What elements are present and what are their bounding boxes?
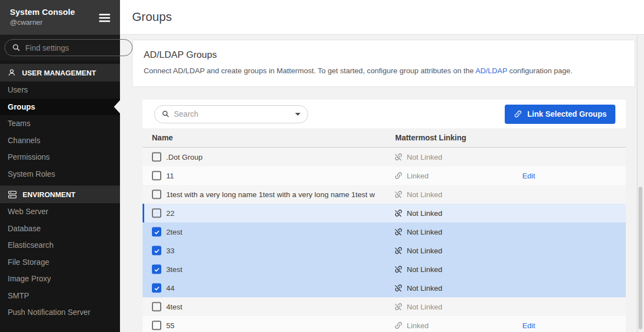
groups-panel: Link Selected Groups Name Mattermost Lin… <box>143 100 626 332</box>
link-status-label: Not Linked <box>407 265 443 274</box>
link-status: Not Linked <box>394 227 443 236</box>
unlink-icon <box>394 190 403 199</box>
edit-link[interactable]: Edit <box>522 322 535 330</box>
sidebar-item-label: Elasticsearch <box>8 241 53 249</box>
sidebar-item-system-roles[interactable]: System Roles <box>0 166 120 183</box>
sidebar-item-groups[interactable]: Groups <box>0 99 120 116</box>
table-row[interactable]: 4test Not Linked Edit <box>143 297 626 316</box>
group-name: 2test <box>166 228 388 236</box>
adldap-config-link[interactable]: AD/LDAP <box>476 67 507 75</box>
find-settings-search[interactable] <box>4 39 133 56</box>
link-status-label: Linked <box>407 172 429 180</box>
sidebar-item-label: Teams <box>8 119 30 128</box>
link-status: Not Linked <box>394 246 443 255</box>
sidebar-item-database[interactable]: Database <box>0 220 120 237</box>
table-header: Name Mattermost Linking <box>143 128 626 148</box>
link-icon <box>514 110 522 118</box>
row-checkbox[interactable] <box>152 284 161 293</box>
sidebar-item-label: Channels <box>8 136 40 145</box>
table-row[interactable]: 44 Not Linked Edit <box>143 279 626 297</box>
link-status: Not Linked <box>394 302 443 311</box>
sidebar-item-users[interactable]: Users <box>0 81 120 99</box>
hamburger-menu-icon[interactable] <box>99 14 110 22</box>
link-status-label: Linked <box>407 322 429 330</box>
group-search-filter[interactable] <box>154 105 308 123</box>
sidebar-item-channels[interactable]: Channels <box>0 132 120 149</box>
page-title: Groups <box>132 10 172 24</box>
sidebar-item-permissions[interactable]: Permissions <box>0 149 120 166</box>
link-status: Linked <box>394 321 429 330</box>
unlink-icon <box>394 284 403 292</box>
logged-in-user: @cwarner <box>10 18 111 26</box>
row-checkbox[interactable] <box>152 265 161 274</box>
link-selected-groups-button[interactable]: Link Selected Groups <box>505 105 615 124</box>
link-icon <box>394 321 403 330</box>
sidebar-item-label: Permissions <box>8 153 50 161</box>
link-status-label: Not Linked <box>407 284 443 292</box>
link-status: Linked <box>394 171 429 180</box>
group-name: .Dot Group <box>166 153 388 161</box>
link-status: Not Linked <box>394 153 443 161</box>
table-row[interactable]: 55 Linked Edit <box>143 316 626 332</box>
unlink-icon <box>394 265 403 274</box>
group-search-input[interactable] <box>174 110 291 118</box>
sidebar-item-image-proxy[interactable]: Image Proxy <box>0 270 120 287</box>
unlink-icon <box>394 209 403 217</box>
unlink-icon <box>394 227 403 236</box>
table-row[interactable]: .Dot Group Not Linked Edit <box>143 148 626 166</box>
sidebar-item-teams[interactable]: Teams <box>0 115 120 132</box>
row-checkbox[interactable] <box>152 321 161 330</box>
unlink-icon <box>394 302 403 311</box>
sidebar-item-label: Web Server <box>8 207 48 216</box>
sidebar-item-push-notification-server[interactable]: Push Notification Server <box>0 304 120 321</box>
link-status: Not Linked <box>394 209 443 217</box>
row-checkbox[interactable] <box>152 153 161 162</box>
sidebar-item-elasticsearch[interactable]: Elasticsearch <box>0 237 120 254</box>
chevron-down-icon[interactable] <box>295 113 301 116</box>
group-name: 44 <box>166 284 388 292</box>
adldap-groups-card: AD/LDAP Groups Connect AD/LDAP and creat… <box>132 40 635 87</box>
column-header-name: Name <box>152 133 173 142</box>
row-checkbox[interactable] <box>152 209 161 218</box>
group-name: 33 <box>166 247 388 255</box>
table-row[interactable]: 11 Linked Edit <box>143 166 626 185</box>
unlink-icon <box>394 153 403 161</box>
group-name: 1test with a very long name 1test with a… <box>166 191 388 199</box>
sidebar-item-web-server[interactable]: Web Server <box>0 203 120 220</box>
sidebar-item-label: System Roles <box>8 170 55 178</box>
sidebar-item-file-storage[interactable]: File Storage <box>0 254 120 271</box>
row-checkbox[interactable] <box>152 302 161 312</box>
sidebar-item-label: Users <box>8 85 28 94</box>
find-settings-input[interactable] <box>25 43 125 52</box>
row-checkbox[interactable] <box>152 190 161 199</box>
card-title: AD/LDAP Groups <box>144 50 624 61</box>
users-icon <box>8 68 17 77</box>
sidebar-section-label: ENVIRONMENT <box>23 191 75 199</box>
column-header-linking: Mattermost Linking <box>395 133 466 142</box>
link-icon <box>394 171 403 180</box>
main-area: Groups AD/LDAP Groups Connect AD/LDAP an… <box>120 0 644 332</box>
card-description: Connect AD/LDAP and create groups in Mat… <box>144 67 624 75</box>
row-checkbox[interactable] <box>152 171 161 181</box>
edit-link[interactable]: Edit <box>522 172 535 180</box>
scrollbar-thumb[interactable] <box>638 187 642 329</box>
link-button-label: Link Selected Groups <box>527 110 607 118</box>
table-row[interactable]: 2test Not Linked Edit <box>143 222 626 241</box>
link-status-label: Not Linked <box>407 209 443 217</box>
sidebar-item-label: Database <box>8 224 41 233</box>
group-name: 11 <box>166 172 388 180</box>
sidebar-item-smtp[interactable]: SMTP <box>0 287 120 304</box>
row-checkbox[interactable] <box>152 246 161 255</box>
sidebar-item-label: Groups <box>8 102 35 111</box>
table-row[interactable]: 1test with a very long name 1test with a… <box>143 185 626 204</box>
row-checkbox[interactable] <box>152 227 161 237</box>
table-row[interactable]: 22 Not Linked Edit <box>143 204 626 222</box>
sidebar-item-label: SMTP <box>8 291 29 300</box>
link-status: Not Linked <box>394 190 443 199</box>
sidebar-item-label: Push Notification Server <box>8 308 90 317</box>
sidebar-section: USER MANAGEMENT Users Groups Teams Chann… <box>0 64 120 182</box>
scrollbar[interactable] <box>637 35 644 332</box>
table-row[interactable]: 33 Not Linked Edit <box>143 241 626 260</box>
table-row[interactable]: 3test Not Linked Edit <box>143 260 626 279</box>
group-name: 22 <box>166 209 388 217</box>
